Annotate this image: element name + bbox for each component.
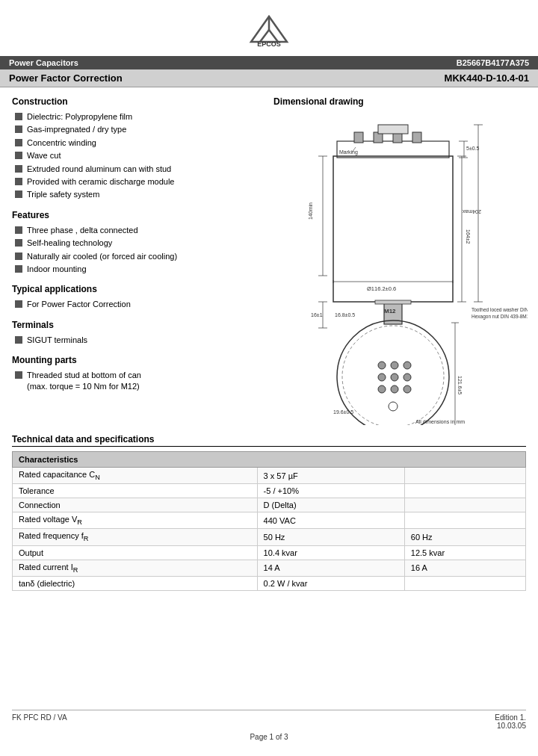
value-rated-capacitance: 3 x 57 µF <box>257 468 404 484</box>
list-item: For Power Factor Correction <box>15 299 266 310</box>
label-connection: Connection <box>13 498 258 512</box>
svg-text:Ø116.2±0.6: Ø116.2±0.6 <box>367 285 396 292</box>
construction-title: Construction <box>12 96 266 107</box>
product-line-label: Power Factor Correction <box>9 72 123 84</box>
svg-point-48 <box>404 362 411 369</box>
svg-point-47 <box>391 362 398 369</box>
svg-text:EPCOS: EPCOS <box>257 40 281 47</box>
list-item: SIGUT terminals <box>15 335 266 346</box>
label-tolerance: Tolerance <box>13 484 258 498</box>
terminals-title: Terminals <box>12 320 266 330</box>
footer-date: 10.03.05 <box>495 722 526 730</box>
footer-edition: Edition 1. <box>495 713 526 722</box>
right-column: Dimensional drawing Marking <box>273 96 528 427</box>
list-item: Triple safety system <box>15 189 266 200</box>
model-label: MKK440-D-10.4-01 <box>445 72 529 84</box>
value-rated-frequency-50: 50 Hz <box>257 529 404 545</box>
category-label: Power Capacitors <box>9 58 78 67</box>
list-item: Concentric winding <box>15 137 266 149</box>
value-rated-current-60: 16 A <box>404 560 525 576</box>
label-rated-capacitance: Rated capacitance CN <box>13 468 258 484</box>
features-list: Three phase , delta connected Self-heali… <box>12 225 266 276</box>
dimensional-drawing-title: Dimensional drawing <box>273 96 528 107</box>
footer-inner: FK PFC RD / VA Edition 1. 10.03.05 <box>12 713 526 730</box>
terminals-list: SIGUT terminals <box>12 335 266 346</box>
bullet-icon <box>15 113 22 120</box>
svg-text:164±2: 164±2 <box>466 229 471 244</box>
svg-point-51 <box>404 374 411 381</box>
mounting-title: Mounting parts <box>12 355 266 365</box>
dim-note: All dimensions in mm <box>415 419 465 424</box>
table-row: Connection D (Delta) <box>13 498 526 512</box>
svg-point-54 <box>404 385 411 393</box>
svg-point-52 <box>378 385 386 393</box>
svg-text:Hexagon nut DIN 439-8M12: Hexagon nut DIN 439-8M12 <box>471 314 528 320</box>
svg-point-55 <box>389 402 398 411</box>
mounting-list: Threaded stud at bottom of can(max. torq… <box>12 370 266 393</box>
bullet-icon <box>15 190 22 198</box>
label-tandelta: tanδ (dielectric) <box>13 576 258 590</box>
svg-rect-11 <box>378 125 408 134</box>
bullet-icon <box>15 300 22 308</box>
svg-point-49 <box>378 374 386 381</box>
bullet-icon <box>15 152 22 159</box>
svg-text:16.8±0.5: 16.8±0.5 <box>335 312 355 317</box>
list-item: Dielectric: Polypropylene film <box>15 111 266 123</box>
label-rated-current: Rated current IR <box>13 560 258 576</box>
value-connection: D (Delta) <box>257 498 404 512</box>
label-output: Output <box>13 545 258 560</box>
list-item: Wave cut <box>15 150 266 161</box>
svg-point-53 <box>391 385 398 393</box>
value-tolerance: -5 / +10% <box>257 484 404 498</box>
bullet-icon <box>15 371 22 379</box>
footer-divider <box>12 710 526 710</box>
label-rated-frequency: Rated frequency fR <box>13 529 258 545</box>
value-output-50: 10.4 kvar <box>257 545 404 560</box>
footer: FK PFC RD / VA Edition 1. 10.03.05 Page … <box>0 710 538 741</box>
tech-data-section: Technical data and specifications Charac… <box>0 427 538 598</box>
bullet-icon <box>15 252 22 260</box>
bullet-icon <box>15 226 22 234</box>
table-row: Rated voltage VR 440 VAC <box>13 512 526 529</box>
construction-list: Dielectric: Polypropylene film Gas-impre… <box>12 111 266 201</box>
typical-apps-title: Typical applications <box>12 284 266 294</box>
table-row: Output 10.4 kvar 12.5 kvar <box>13 545 526 560</box>
left-column: Construction Dielectric: Polypropylene f… <box>12 96 266 427</box>
bullet-icon <box>15 178 22 185</box>
tech-data-title: Technical data and specifications <box>12 434 526 447</box>
svg-rect-5 <box>333 156 453 302</box>
table-row: Tolerance -5 / +10% <box>13 484 526 498</box>
svg-text:Toothed loced washer DIN 6797 : Toothed loced washer DIN 6797 J13 <box>471 307 528 312</box>
table-row: Rated capacitance CN 3 x 57 µF <box>13 468 526 484</box>
logo-area: EPCOS <box>0 0 538 56</box>
svg-point-44 <box>337 320 449 425</box>
svg-rect-32 <box>375 300 411 304</box>
svg-rect-7 <box>354 132 363 143</box>
svg-point-50 <box>391 374 398 381</box>
value-rated-voltage: 440 VAC <box>257 512 404 529</box>
typical-apps-list: For Power Factor Correction <box>12 299 266 310</box>
svg-text:5±0.5: 5±0.5 <box>466 146 480 151</box>
bullet-icon <box>15 336 22 344</box>
value-tandelta: 0.2 W / kvar <box>257 576 404 590</box>
features-title: Features <box>12 210 266 220</box>
list-item: Naturally air cooled (or forced air cool… <box>15 251 266 262</box>
footer-left: FK PFC RD / VA <box>12 713 67 730</box>
header-bar: Power Capacitors B25667B4177A375 <box>0 56 538 69</box>
list-item: Self-healing technology <box>15 238 266 249</box>
list-item: Indoor mounting <box>15 264 266 275</box>
svg-text:140min: 140min <box>308 202 313 220</box>
page: EPCOS Power Capacitors B25667B4177A375 P… <box>0 0 538 756</box>
svg-text:Marking: Marking <box>339 149 358 155</box>
dimensional-drawing: Marking 5±0.5 204max 164±2 <box>273 111 528 427</box>
list-item: Three phase , delta connected <box>15 225 266 236</box>
list-item: Gas-impregnated / dry type <box>15 124 266 135</box>
spec-table: Characteristics Rated capacitance CN 3 x… <box>12 451 526 591</box>
svg-text:M12: M12 <box>384 308 396 315</box>
list-item: Extruded round aluminum can with stud <box>15 164 266 175</box>
value-rated-current-50: 14 A <box>257 560 404 576</box>
svg-text:16±1: 16±1 <box>311 312 323 317</box>
svg-text:121.6±5: 121.6±5 <box>457 376 463 394</box>
footer-page: Page 1 of 3 <box>12 733 526 741</box>
value-output-60: 12.5 kvar <box>404 545 525 560</box>
